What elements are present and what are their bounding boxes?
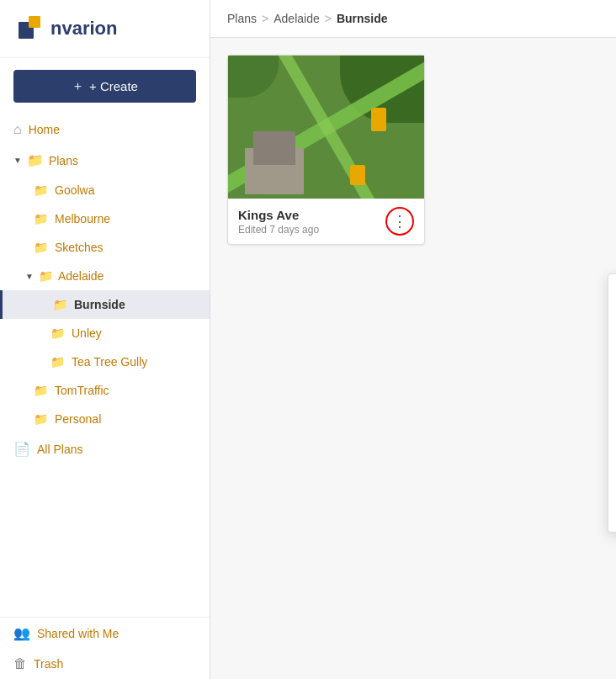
folder-icon: 📁 — [34, 412, 48, 426]
menu-item-rename[interactable]: Rename — [608, 279, 616, 315]
more-options-button[interactable]: ⋮ — [385, 207, 414, 236]
sidebar-item-unley[interactable]: 📁 Unley — [0, 319, 210, 347]
sidebar-item-label: Melbourne — [55, 212, 110, 225]
menu-item-download[interactable]: Download — [608, 456, 616, 491]
folder-icon: 📁 — [34, 183, 48, 197]
svg-rect-1 — [29, 16, 40, 28]
menu-item-delete[interactable]: Delete — [608, 315, 616, 350]
folder-icon: 📁 — [53, 298, 67, 311]
sidebar-item-personal[interactable]: 📁 Personal — [0, 405, 210, 433]
sidebar-item-home[interactable]: ⌂ Home — [0, 114, 210, 145]
menu-item-share[interactable]: Share — [608, 491, 616, 527]
car2 — [350, 165, 365, 185]
menu-item-move[interactable]: Move — [608, 385, 616, 421]
breadcrumb-sep1: > — [262, 12, 268, 25]
sidebar-item-teatreegully[interactable]: 📁 Tea Tree Gully — [0, 347, 210, 376]
sidebar-item-label: Shared with Me — [37, 627, 119, 640]
sidebar-item-adelaide[interactable]: ▼ 📁 Adelaide — [0, 262, 210, 290]
sidebar-item-allplans[interactable]: 📄 All Plans — [0, 433, 210, 464]
sidebar: nvarion ＋ + Create ⌂ Home ▼ 📁 Plans 📁 Go… — [0, 0, 210, 679]
sidebar-item-label: Tea Tree Gully — [72, 355, 147, 369]
file-card: Kings Ave Edited 7 days ago ⋮ — [227, 55, 425, 245]
context-menu: Rename Delete — [608, 273, 616, 533]
sidebar-item-label: Trash — [34, 657, 63, 671]
breadcrumb: Plans > Adelaide > Burnside — [210, 0, 616, 38]
menu-item-duplicate[interactable]: Duplicate — [608, 350, 616, 385]
folder-icon: 📁 — [34, 384, 48, 397]
folder-icon: 📁 — [27, 152, 44, 168]
menu-item-history[interactable]: History — [608, 421, 616, 456]
car1 — [371, 108, 386, 131]
chevron-down-icon: ▼ — [25, 272, 34, 281]
sidebar-item-label: Sketches — [55, 241, 104, 254]
breadcrumb-plans[interactable]: Plans — [227, 12, 257, 25]
create-label: + Create — [89, 79, 138, 93]
sidebar-item-sharedwithme[interactable]: 👥 Shared with Me — [0, 617, 210, 649]
sidebar-item-goolwa[interactable]: 📁 Goolwa — [0, 176, 210, 204]
sidebar-item-label: Home — [29, 123, 60, 136]
sidebar-item-label: Personal — [55, 412, 101, 426]
shared-icon: 👥 — [13, 625, 30, 641]
trash-icon: 🗑 — [13, 656, 27, 671]
aerial-map — [228, 56, 424, 199]
content-area: Kings Ave Edited 7 days ago ⋮ Rename — [210, 38, 616, 679]
create-button[interactable]: ＋ + Create — [13, 70, 196, 103]
app-name: nvarion — [50, 18, 117, 40]
sidebar-item-tomtraffic[interactable]: 📁 TomTraffic — [0, 376, 210, 405]
main-content: Plans > Adelaide > Burnside — [210, 0, 616, 679]
file-name: Kings Ave — [238, 208, 319, 222]
file-thumbnail — [228, 56, 424, 199]
breadcrumb-burnside: Burnside — [337, 12, 388, 25]
logo-icon — [17, 13, 47, 44]
logo-area: nvarion — [0, 0, 210, 58]
sidebar-item-label: Plans — [49, 154, 78, 167]
sidebar-item-label: Unley — [72, 326, 102, 340]
sidebar-item-sketches[interactable]: 📁 Sketches — [0, 233, 210, 262]
building2 — [253, 131, 295, 165]
folder-icon: 📁 — [34, 241, 48, 254]
sidebar-item-plans[interactable]: ▼ 📁 Plans — [0, 145, 210, 176]
sidebar-item-label: Adelaide — [58, 269, 104, 283]
breadcrumb-sep2: > — [325, 12, 332, 25]
folder-icon: 📁 — [50, 355, 65, 369]
folder-icon: 📁 — [50, 326, 65, 340]
more-icon: ⋮ — [392, 212, 407, 231]
folder-icon: 📁 — [39, 269, 53, 283]
home-icon: ⌂ — [13, 122, 22, 137]
doc-icon: 📄 — [13, 441, 30, 457]
file-meta: Kings Ave Edited 7 days ago — [238, 208, 319, 236]
tree-area2 — [228, 56, 279, 98]
sidebar-item-burnside[interactable]: 📁 Burnside — [0, 290, 210, 319]
sidebar-item-label: Burnside — [74, 298, 125, 311]
sidebar-item-label: Goolwa — [55, 183, 94, 197]
sidebar-item-label: All Plans — [37, 443, 82, 456]
folder-icon: 📁 — [34, 212, 48, 225]
file-info: Kings Ave Edited 7 days ago ⋮ — [228, 199, 424, 244]
sidebar-item-trash[interactable]: 🗑 Trash — [0, 649, 210, 679]
chevron-down-icon: ▼ — [13, 156, 22, 165]
sidebar-item-melbourne[interactable]: 📁 Melbourne — [0, 204, 210, 233]
create-icon: ＋ — [72, 78, 84, 94]
sidebar-item-label: TomTraffic — [55, 384, 109, 397]
breadcrumb-adelaide[interactable]: Adelaide — [273, 12, 320, 25]
file-date: Edited 7 days ago — [238, 224, 319, 236]
